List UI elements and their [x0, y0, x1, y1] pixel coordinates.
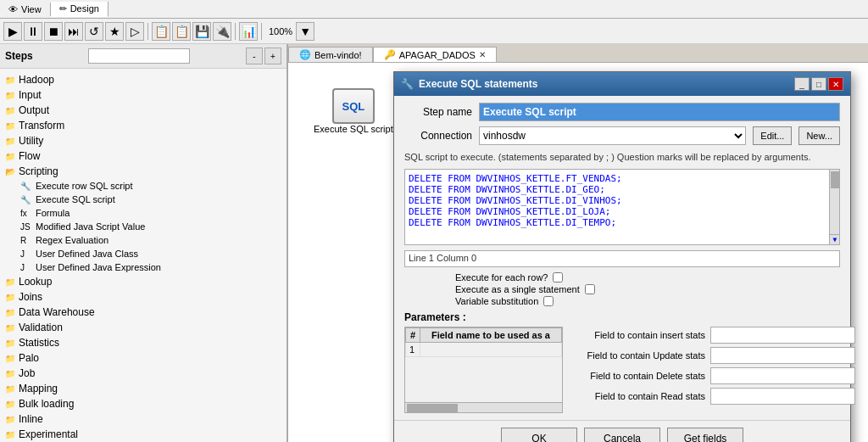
insert-stats-input[interactable] — [710, 327, 855, 344]
tab-apagar-dados[interactable]: 🔑 APAGAR_DADOS ✕ — [373, 47, 497, 62]
cancel-btn[interactable]: Cancela — [584, 428, 660, 442]
step-formula[interactable]: fx Formula — [0, 206, 287, 220]
category-flow[interactable]: 📁 Flow — [0, 148, 287, 164]
read-stats-input[interactable] — [710, 388, 855, 405]
step-regex[interactable]: R Regex Evaluation — [0, 233, 287, 247]
stop-btn[interactable]: ⏹ — [44, 22, 63, 41]
step-modified-js[interactable]: JS Modified Java Script Value — [0, 220, 287, 233]
read-stats-label: Field to contain Read stats — [570, 391, 705, 401]
view-icon: 👁 — [8, 4, 18, 14]
execute-each-checkbox[interactable] — [553, 272, 563, 283]
edit-btn[interactable]: Edit... — [753, 126, 792, 145]
folder-icon: 📁 — [5, 277, 15, 287]
connection-select[interactable]: vinhosdw — [479, 126, 746, 145]
sql-line-2: DELETE FROM DWVINHOS_KETTLE.DI_GEO; — [409, 184, 836, 195]
category-bulk[interactable]: 📁 Bulk loading — [0, 396, 287, 411]
category-input[interactable]: 📁 Input — [0, 87, 287, 103]
run-btn[interactable]: ▶ — [3, 22, 22, 41]
step-icon: 🔧 — [20, 195, 32, 204]
category-lookup[interactable]: 📁 Lookup — [0, 274, 287, 289]
step-execute-row-sql[interactable]: 🔧 Execute row SQL script — [0, 179, 287, 193]
category-transform[interactable]: 📁 Transform — [0, 118, 287, 133]
get-fields-btn[interactable]: Get fields — [667, 428, 743, 442]
category-utility[interactable]: 📁 Utility — [0, 133, 287, 148]
tab-view-label: View — [21, 4, 42, 14]
new-btn[interactable]: New... — [798, 126, 840, 145]
category-job[interactable]: 📁 Job — [0, 366, 287, 381]
top-tab-bar: 👁 View ✏ Design — [0, 0, 868, 19]
step-name-input[interactable] — [479, 103, 840, 121]
params-h-scrollbar[interactable] — [405, 402, 562, 412]
zoom-dropdown-btn[interactable]: ▼ — [296, 22, 314, 41]
delete-stats-input[interactable] — [710, 367, 855, 384]
category-datawarehouse[interactable]: 📁 Data Warehouse — [0, 305, 287, 320]
chart-btn[interactable]: 📊 — [239, 22, 258, 41]
dialog-title-text: Execute SQL statements — [419, 78, 538, 90]
tab-view[interactable]: 👁 View — [0, 3, 51, 16]
pause-btn[interactable]: ⏸ — [24, 22, 42, 41]
collapse-btn[interactable]: - — [246, 48, 263, 64]
folder-icon: 📁 — [5, 91, 15, 100]
update-stats-input[interactable] — [710, 347, 855, 364]
sql-line-3: DELETE FROM DWVINHOS_KETTLE.DI_VINHOS; — [409, 195, 836, 206]
star-btn[interactable]: ★ — [105, 22, 124, 41]
step-udj-expr[interactable]: J User Defined Java Expression — [0, 260, 287, 274]
toolbar: ▶ ⏸ ⏹ ⏭ ↺ ★ ▷ 📋 📋 💾 🔌 📊 100% ▼ — [0, 19, 868, 44]
dialog-maximize-btn[interactable]: □ — [811, 77, 826, 91]
category-inline[interactable]: 📁 Inline — [0, 411, 287, 427]
category-palo[interactable]: 📁 Palo — [0, 350, 287, 366]
folder-icon: 📁 — [5, 400, 15, 409]
execute-single-label: Execute as a single statement — [455, 284, 580, 294]
expand-btn[interactable]: + — [264, 48, 281, 64]
category-output[interactable]: 📁 Output — [0, 103, 287, 118]
category-validation[interactable]: 📁 Validation — [0, 320, 287, 335]
execute-single-checkbox[interactable] — [585, 284, 595, 294]
folder-icon: 📁 — [5, 430, 15, 439]
folder-icon: 📁 — [5, 293, 15, 302]
category-hadoop[interactable]: 📁 Hadoop — [0, 72, 287, 87]
folder-icon: 📁 — [5, 369, 15, 378]
dialog-close-btn[interactable]: ✕ — [828, 77, 843, 91]
tab-design[interactable]: ✏ Design — [51, 2, 108, 17]
tab-close-icon[interactable]: ✕ — [479, 50, 486, 59]
step-icon: R — [20, 236, 32, 245]
params-table: # Field name to be used as a 1 — [405, 327, 562, 357]
benvindo-icon: 🌐 — [299, 49, 311, 60]
checkboxes-section: Execute for each row? Execute as a singl… — [404, 272, 840, 306]
save-btn[interactable]: 💾 — [192, 22, 211, 41]
step-udj-class[interactable]: J User Defined Java Class — [0, 247, 287, 260]
category-scripting[interactable]: 📂 Scripting — [0, 164, 287, 179]
ok-btn[interactable]: OK — [501, 428, 577, 442]
dialog-minimize-btn[interactable]: _ — [794, 77, 810, 91]
connect-btn[interactable]: 🔌 — [213, 22, 231, 41]
sep2 — [235, 23, 236, 40]
tab-benvindo[interactable]: 🌐 Bem-vindo! — [288, 47, 373, 62]
stats-fields: Field to contain insert stats Field to c… — [570, 327, 855, 413]
refresh-btn[interactable]: ↺ — [85, 22, 103, 41]
params-header-row: # Field name to be used as a — [406, 328, 562, 343]
step-execute-sql[interactable]: 🔧 Execute SQL script — [0, 193, 287, 206]
preview-btn[interactable]: ⏭ — [64, 22, 83, 41]
category-mapping[interactable]: 📁 Mapping — [0, 381, 287, 396]
table-row[interactable]: 1 — [406, 343, 562, 357]
dialog-titlebar: 🔧 Execute SQL statements _ □ ✕ — [394, 72, 850, 96]
execute-sql-dialog: 🔧 Execute SQL statements _ □ ✕ — [393, 71, 851, 442]
sql-scroll-down[interactable]: ▼ — [830, 234, 840, 244]
category-joins[interactable]: 📁 Joins — [0, 289, 287, 305]
variable-sub-checkbox[interactable] — [543, 296, 554, 306]
sql-editor[interactable]: DELETE FROM DWVINHOS_KETTLE.FT_VENDAS; D… — [404, 169, 840, 245]
category-experimental[interactable]: 📁 Experimental — [0, 427, 287, 442]
connection-row: Connection vinhosdw Edit... New... — [404, 126, 840, 145]
folder-icon: 📁 — [5, 415, 15, 424]
insert-stats-row: Field to contain insert stats — [570, 327, 855, 344]
sql-scrollbar[interactable]: ▼ — [829, 170, 839, 244]
arrow-btn[interactable]: ▷ — [125, 22, 144, 41]
copy-btn[interactable]: 📋 — [152, 22, 170, 41]
zoom-value: 100% — [269, 26, 292, 36]
folder-icon: 📁 — [5, 308, 15, 317]
paste-btn[interactable]: 📋 — [172, 22, 191, 41]
open-folder-icon: 📂 — [5, 167, 15, 176]
category-statistics[interactable]: 📁 Statistics — [0, 335, 287, 350]
steps-search[interactable] — [88, 48, 190, 64]
steps-list: 📁 Hadoop 📁 Input 📁 Output 📁 Transform 📁 … — [0, 69, 287, 442]
